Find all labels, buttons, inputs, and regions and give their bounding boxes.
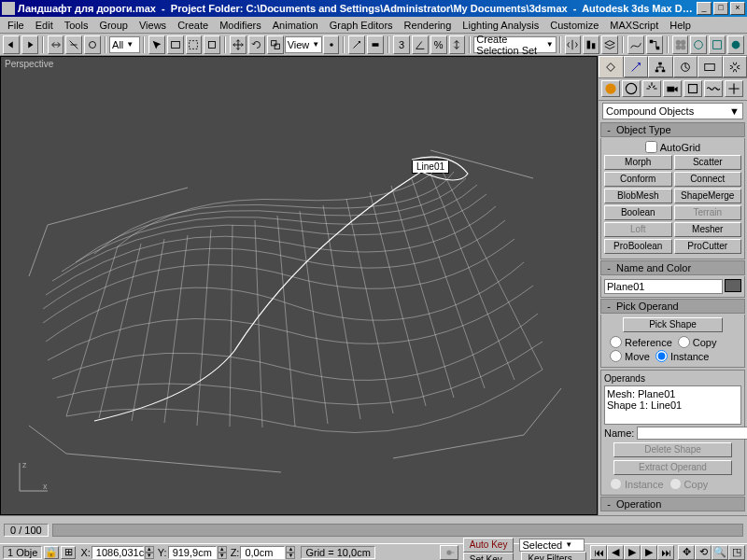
menu-file[interactable]: File (2, 19, 30, 32)
connect-button[interactable]: Connect (674, 172, 742, 187)
operands-listbox[interactable]: Mesh: Plane01 Shape 1: Line01 (604, 385, 741, 425)
autogrid-checkbox[interactable] (645, 141, 657, 153)
tab-display[interactable] (698, 56, 723, 77)
menu-modifiers[interactable]: Modifiers (214, 19, 267, 32)
pick-shape-button[interactable]: Pick Shape (623, 317, 723, 332)
rollout-object-type[interactable]: -Object Type (600, 122, 745, 137)
maximize-button[interactable]: □ (713, 2, 728, 15)
abs-transform-icon[interactable]: ⊞ (61, 546, 76, 559)
bind-button[interactable] (84, 35, 101, 54)
unlink-button[interactable] (65, 35, 82, 54)
extract-operand-button[interactable]: Extract Operand (613, 460, 732, 475)
object-color-swatch[interactable] (725, 279, 741, 292)
setkey-icon[interactable] (440, 545, 458, 560)
setkey-button[interactable]: Set Key (463, 553, 514, 561)
delete-shape-button[interactable]: Delete Shape (613, 442, 732, 457)
create-cameras-button[interactable] (663, 80, 682, 97)
menu-maxscript[interactable]: MAXScript (604, 19, 664, 32)
percent-snap-button[interactable]: % (430, 35, 447, 54)
create-systems-button[interactable] (725, 80, 743, 97)
extract-instance-radio[interactable] (610, 478, 622, 490)
prev-frame-button[interactable]: ◀ (607, 545, 624, 560)
nav-pan-button[interactable]: ✥ (678, 545, 695, 560)
terrain-button[interactable]: Terrain (674, 205, 742, 220)
list-item[interactable]: Mesh: Plane01 (607, 388, 739, 399)
list-item[interactable]: Shape 1: Line01 (607, 399, 739, 411)
tab-utilities[interactable] (723, 56, 748, 77)
blobmesh-button[interactable]: BlobMesh (604, 189, 672, 203)
tab-motion[interactable] (673, 56, 698, 77)
scale-button[interactable] (267, 35, 284, 54)
proboolean-button[interactable]: ProBoolean (604, 239, 672, 254)
menu-create[interactable]: Create (172, 19, 214, 32)
autokey-button[interactable]: Auto Key (463, 538, 514, 553)
link-button[interactable] (48, 35, 64, 54)
render-frame-button[interactable] (709, 35, 726, 54)
curve-editor-button[interactable] (627, 35, 644, 54)
y-coord-input[interactable]: 919,9cm (168, 546, 217, 559)
menu-edit[interactable]: Edit (30, 19, 59, 32)
z-spinner[interactable]: ▲▼ (286, 546, 295, 559)
mirror-button[interactable] (565, 35, 582, 54)
viewport-perspective[interactable]: Perspective Line01 (0, 56, 598, 515)
reference-radio[interactable] (610, 336, 622, 348)
window-crossing-button[interactable] (204, 35, 220, 54)
select-region-button[interactable] (186, 35, 203, 54)
menu-help[interactable]: Help (664, 19, 697, 32)
create-geometry-button[interactable] (601, 80, 620, 97)
y-spinner[interactable]: ▲▼ (218, 546, 227, 559)
rollout-operation[interactable]: -Operation (600, 497, 745, 511)
refcoord-dropdown[interactable]: View▼ (285, 36, 322, 53)
create-shapes-button[interactable] (622, 80, 641, 97)
x-coord-input[interactable]: 1086,031c (92, 546, 144, 559)
shapemerge-button[interactable]: ShapeMerge (674, 189, 742, 203)
create-spacewarps-button[interactable] (704, 80, 723, 97)
z-coord-input[interactable]: 0,0cm (240, 546, 285, 559)
boolean-button[interactable]: Boolean (604, 205, 672, 220)
goto-end-button[interactable]: ⏭ (657, 545, 674, 560)
morph-button[interactable]: Morph (604, 155, 672, 170)
material-editor-button[interactable] (672, 35, 689, 54)
minimize-button[interactable]: _ (697, 2, 712, 15)
procutter-button[interactable]: ProCutter (674, 239, 742, 254)
angle-snap-button[interactable] (412, 35, 429, 54)
pivot-button[interactable] (323, 35, 340, 54)
next-frame-button[interactable]: ▶ (641, 545, 657, 560)
redo-button[interactable] (21, 35, 38, 54)
nav-arc-button[interactable]: ⟲ (695, 545, 712, 560)
move-radio[interactable] (610, 350, 622, 362)
rollout-pick-operand[interactable]: -Pick Operand (600, 299, 745, 314)
menu-animation[interactable]: Animation (267, 19, 324, 32)
schematic-button[interactable] (646, 35, 663, 54)
nav-zoom-button[interactable]: 🔍 (712, 545, 728, 560)
keymode-dropdown[interactable]: Selected▼ (519, 539, 585, 552)
menu-rendering[interactable]: Rendering (399, 19, 458, 32)
keyfilters-button[interactable]: Key Filters... (521, 552, 586, 561)
menu-graph-editors[interactable]: Graph Editors (324, 19, 399, 32)
operand-name-input[interactable] (637, 427, 747, 440)
mesher-button[interactable]: Mesher (674, 222, 742, 237)
create-helpers-button[interactable] (684, 80, 702, 97)
menu-customize[interactable]: Customize (544, 19, 604, 32)
named-selection-dropdown[interactable]: Create Selection Set▼ (473, 36, 556, 53)
rollout-name-color[interactable]: -Name and Color (600, 260, 745, 275)
copy-radio[interactable] (678, 336, 690, 348)
rotate-button[interactable] (248, 35, 265, 54)
create-lights-button[interactable] (642, 80, 661, 97)
conform-button[interactable]: Conform (604, 172, 672, 187)
tab-create[interactable] (599, 56, 624, 77)
lock-selection-icon[interactable]: 🔒 (44, 546, 59, 559)
loft-button[interactable]: Loft (604, 222, 672, 237)
menu-views[interactable]: Views (134, 19, 172, 32)
keymode-button[interactable] (367, 35, 384, 54)
manipulate-button[interactable] (348, 35, 365, 54)
spinner-snap-button[interactable] (449, 35, 466, 54)
menu-group[interactable]: Group (93, 19, 134, 32)
x-spinner[interactable]: ▲▼ (145, 546, 154, 559)
menu-tools[interactable]: Tools (59, 19, 94, 32)
move-button[interactable] (230, 35, 247, 54)
quick-render-button[interactable] (727, 35, 744, 54)
scatter-button[interactable]: Scatter (674, 155, 742, 170)
tab-modify[interactable] (624, 56, 649, 77)
snap-button[interactable]: 3 (393, 35, 410, 54)
